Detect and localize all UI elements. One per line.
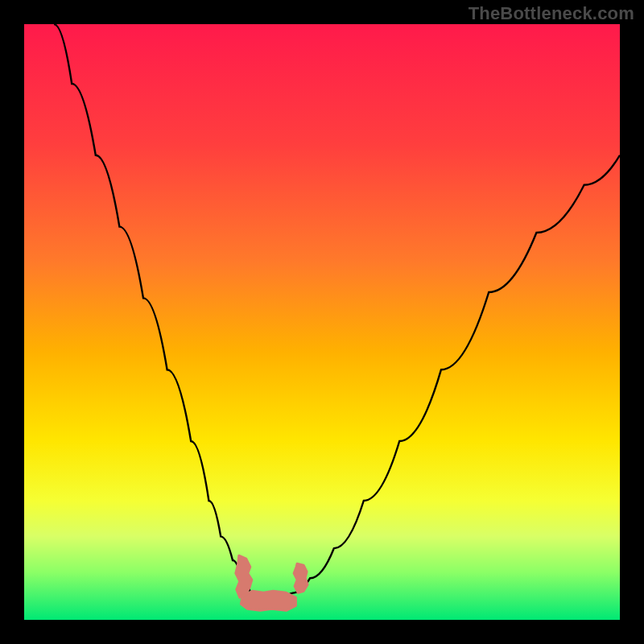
plot-area bbox=[24, 24, 620, 620]
marker-floor bbox=[241, 591, 295, 610]
gradient-background bbox=[24, 24, 620, 620]
chart-svg bbox=[24, 24, 620, 620]
chart-frame: TheBottleneck.com bbox=[0, 0, 644, 644]
watermark-text: TheBottleneck.com bbox=[469, 3, 634, 24]
marker-right bbox=[294, 564, 308, 592]
